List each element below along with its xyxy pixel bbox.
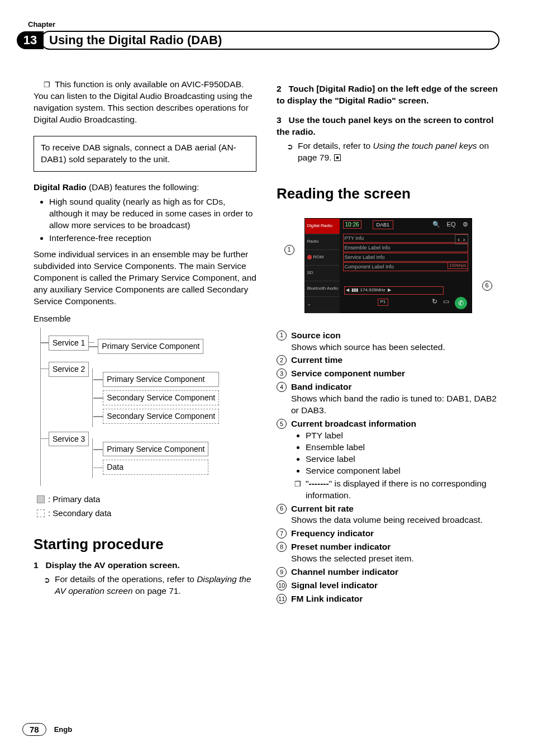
item-number: 7 [277,528,287,538]
item-number: 9 [277,567,287,577]
list-icon: ▭ [443,297,449,309]
note-icon [44,79,55,91]
feature-item: Interference-free reception [49,233,256,244]
item-number: 3 [277,368,287,379]
intro-paragraph: You can listen to the Digital Audio Broa… [34,91,256,126]
source-rom: ROM [305,250,340,266]
chevron-left-icon: ◀ [346,287,349,294]
step-3: 3 Use the touch panel keys on the screen… [277,115,499,138]
gear-icon: ⚙ [463,220,468,229]
aerial-note-box: To receive DAB signals, connect a DAB ae… [34,136,256,172]
ensemble-info: Ensemble Label Info [343,243,468,252]
callout-6: 6 [482,281,492,291]
pty-info: PTY Info [343,234,468,243]
source-more-icon: ⌄ [305,297,340,313]
step-2: 2 Touch [Digital Radio] on the left edge… [277,83,499,107]
item-number: 5 [277,419,287,429]
features-list: High sound quality (nearly as high as fo… [34,196,256,244]
step-1-reference: For details of the operations, refer to … [44,574,256,597]
chevron-left-icon: ‹ [458,235,460,244]
note-icon [294,478,306,502]
tree-legend: : Primary data : Secondary data [37,494,256,519]
bitrate-indicator: 192kbps [448,262,468,270]
tree-service-3: Service 3 [49,432,89,447]
item-number: 4 [277,382,287,392]
step-3-reference: For details, refer to Using the touch pa… [287,140,499,164]
tree-service-2: Service 2 [49,362,89,377]
reading-screen-heading: Reading the screen [277,184,499,204]
chevron-right-icon: ▶ [388,287,391,294]
legend-swatch-solid [37,495,45,503]
source-sd: SD [305,266,340,281]
source-bluetooth: Bluetooth Audio [305,281,340,297]
callout-1: 1 [284,245,294,255]
source-sidebar: Digital Radio Radio ROM SD Bluetooth Aud… [305,219,340,313]
info-bullet: Service component label [306,465,499,477]
screen-item-list: 1 Source iconShows which source has been… [277,330,499,605]
chapter-label: Chapter [28,20,499,29]
page-number: 78 [22,723,46,736]
right-column: 2 Touch [Digital Radio] on the left edge… [277,79,499,607]
tree-secondary-component: Secondary Service Component [103,390,219,405]
item-number: 2 [277,355,287,365]
step-1: 1 Display the AV operation screen. [34,560,256,571]
item-number: 8 [277,542,287,552]
page-header: 13 Using the Digital Radio (DAB) [17,31,499,50]
band-indicator: DAB1 [373,220,394,229]
language-code: Engb [54,725,73,734]
info-bullet: Service label [306,453,499,465]
page-title: Using the Digital Radio (DAB) [40,31,499,50]
clock-display: 10:26 [343,220,361,229]
availability-note: This function is only available on AVIC-… [55,79,256,91]
tree-primary-component: Primary Service Component [103,372,219,387]
tree-primary-component: Primary Service Component [98,339,203,354]
source-radio: Radio [305,234,340,250]
item-number: 10 [277,580,287,590]
tree-data-component: Data [103,460,208,475]
item-number: 11 [277,594,287,604]
eq-icon: EQ [447,220,456,229]
info-bullet: Ensemble label [306,442,499,453]
frequency-value: 174.928MHz [360,287,386,294]
chapter-number-badge: 13 [17,31,44,49]
search-icon: 🔍 [432,220,440,229]
source-digital-radio: Digital Radio [305,219,340,234]
info-bullet: PTY label [306,430,499,442]
tree-secondary-component: Secondary Service Component [103,409,219,424]
ensemble-tree: Service 1 Primary Service Component Serv… [40,328,256,486]
left-column: This function is only available on AVIC-… [34,79,256,607]
page-footer: 78 Engb [22,723,72,736]
tree-service-1: Service 1 [49,336,89,351]
feature-item: High sound quality (nearly as high as fo… [49,196,256,231]
ensemble-tree-label: Ensemble [34,313,256,324]
starting-procedure-heading: Starting procedure [34,535,256,554]
chevron-right-icon: › [463,235,465,244]
prev-next-arrows: ‹› [455,234,468,245]
tree-primary-component: Primary Service Component [103,442,208,457]
features-lead: Digital Radio (DAB) features the followi… [34,182,256,193]
end-mark-icon [334,154,341,161]
history-icon: ↻ [432,297,437,309]
item-number: 6 [277,504,287,514]
legend-swatch-dashed [37,509,45,517]
screen-illustration: 1 2 3 4 5 6 7 8 9 10 11 Digital Radio Ra… [288,218,489,313]
service-info: Service Label Info [343,253,468,262]
phone-icon: ✆ [455,297,467,309]
frequency-row: ◀ ▮▮▮ 174.928MHz ▶ [344,286,444,295]
ensemble-paragraph: Some individual services in an ensemble … [34,249,256,308]
item-number: 1 [277,330,287,341]
preset-indicator: P1 [378,299,389,306]
signal-icon: ▮▮▮ [351,287,358,294]
